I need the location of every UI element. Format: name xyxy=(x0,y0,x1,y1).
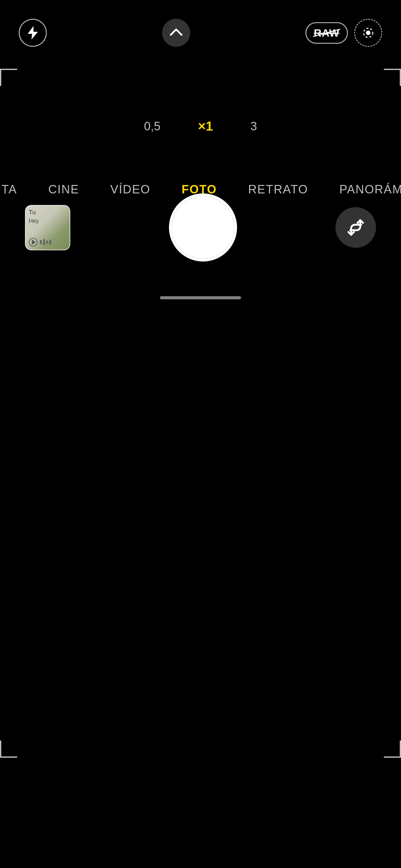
flash-button[interactable] xyxy=(19,19,47,47)
thumbnail-play-icon xyxy=(29,238,37,247)
thumbnail-preview: Tu Hey xyxy=(26,206,70,250)
bracket-bottom-left xyxy=(0,741,17,758)
mode-video[interactable]: VÍDEO xyxy=(110,183,150,196)
home-indicator xyxy=(160,296,241,299)
flip-camera-button[interactable] xyxy=(335,207,376,248)
chevron-up-button[interactable] xyxy=(162,19,190,47)
live-photo-icon xyxy=(360,25,376,41)
bracket-bottom-right xyxy=(384,741,401,758)
mode-panoramica[interactable]: PANORÁMICA xyxy=(339,183,401,196)
zoom-05[interactable]: 0,5 xyxy=(144,120,161,133)
photo-thumbnail[interactable]: Tu Hey xyxy=(25,205,70,250)
zoom-3[interactable]: 3 xyxy=(250,120,257,133)
bracket-top-left xyxy=(0,69,17,86)
svg-point-0 xyxy=(366,31,370,35)
thumbnail-tu-text: Tu xyxy=(29,209,67,216)
shutter-button[interactable] xyxy=(172,196,234,259)
mode-lenta[interactable]: LENTA xyxy=(0,183,17,196)
mode-retrato[interactable]: RETRATO xyxy=(248,183,308,196)
raw-button[interactable]: RAW xyxy=(305,22,348,44)
flash-icon xyxy=(25,25,41,41)
chevron-up-icon xyxy=(168,25,184,41)
thumbnail-hey-text: Hey xyxy=(29,218,67,224)
bottom-controls: Tu Hey xyxy=(0,196,401,259)
raw-label: RAW xyxy=(314,27,339,39)
thumbnail-waveform xyxy=(40,239,51,245)
bracket-top-right xyxy=(384,69,401,86)
mode-cine[interactable]: CINE xyxy=(48,183,79,196)
top-bar: RAW xyxy=(0,19,401,47)
zoom-1x[interactable]: ×1 xyxy=(198,119,213,134)
flip-camera-icon xyxy=(345,217,367,239)
zoom-bar: 0,5 ×1 3 xyxy=(0,119,401,134)
live-photo-button[interactable] xyxy=(354,19,382,47)
